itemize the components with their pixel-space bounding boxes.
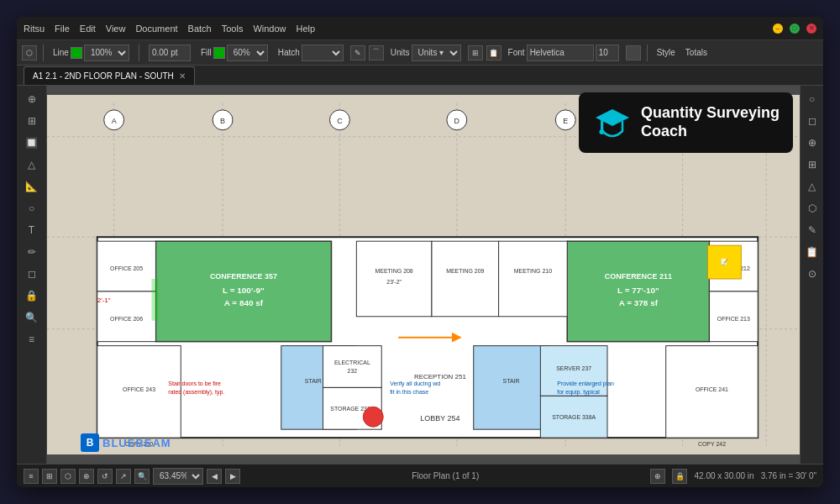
tool-lock[interactable]: 🔒 xyxy=(20,286,44,306)
svg-text:fit in this chase: fit in this chase xyxy=(390,389,428,395)
line-color-swatch[interactable] xyxy=(71,47,82,59)
zoom-select[interactable]: 100% xyxy=(84,45,129,61)
status-lock-btn[interactable]: 🔒 xyxy=(672,469,687,484)
toolbar-icon-5[interactable]: 📋 xyxy=(486,45,501,60)
tool-zoom[interactable]: 🔲 xyxy=(20,133,44,153)
menu-edit[interactable]: Edit xyxy=(80,24,96,34)
right-tool-7[interactable]: ✎ xyxy=(801,220,824,240)
tool-text[interactable]: T xyxy=(20,220,44,240)
status-scale: 3.76 in = 30' 0" xyxy=(761,471,816,480)
right-tool-2[interactable]: ◻ xyxy=(801,111,824,131)
fill-label: Fill xyxy=(201,48,212,57)
status-icon-4[interactable]: ⊕ xyxy=(79,469,94,484)
toolbar-icon-3[interactable]: ⌒ xyxy=(369,45,384,60)
bluebeam-icon: B xyxy=(81,433,99,452)
toolbar: ⬡ Line 100% 100% Fill 60% Hatch ✎ xyxy=(17,40,823,66)
fontsize-input[interactable] xyxy=(596,45,619,61)
svg-text:D: D xyxy=(454,117,460,125)
svg-text:ELECTRICAL: ELECTRICAL xyxy=(334,360,370,365)
svg-text:STORAGE 338A: STORAGE 338A xyxy=(552,414,596,420)
right-tool-5[interactable]: △ xyxy=(801,176,824,197)
svg-text:Stair doors to be fire: Stair doors to be fire xyxy=(168,381,221,386)
status-icon-5[interactable]: ↺ xyxy=(97,469,113,484)
app-window: Ritsu File Edit View Document Batch Tool… xyxy=(17,17,823,487)
status-icon-7[interactable]: 🔍 xyxy=(134,469,150,484)
status-nav-prev[interactable]: ◀ xyxy=(207,469,222,484)
status-icon-3[interactable]: ⬡ xyxy=(60,469,76,484)
close-button[interactable]: ✕ xyxy=(806,24,816,34)
tool-select[interactable]: ⊞ xyxy=(20,111,44,131)
svg-text:A = 378 sf: A = 378 sf xyxy=(619,298,659,307)
status-icon-1[interactable]: ≡ xyxy=(24,469,39,484)
menu-ritsu[interactable]: Ritsu xyxy=(24,24,45,34)
minimize-button[interactable]: – xyxy=(773,24,783,34)
font-color-btn[interactable] xyxy=(626,45,641,60)
tool-annotate[interactable]: △ xyxy=(20,155,44,175)
totals-label: Totals xyxy=(685,48,707,57)
status-nav-next[interactable]: ▶ xyxy=(225,469,240,484)
toolbar-icon-4[interactable]: ⊞ xyxy=(468,45,483,60)
svg-text:L = 77'-10": L = 77'-10" xyxy=(617,286,659,295)
hatch-select[interactable] xyxy=(302,45,344,61)
toolbar-icon-1[interactable]: ⬡ xyxy=(22,45,37,60)
title-bar: Ritsu File Edit View Document Batch Tool… xyxy=(17,17,823,40)
right-tool-8[interactable]: 📋 xyxy=(801,242,824,262)
menu-help[interactable]: Help xyxy=(297,24,316,34)
fill-color-swatch[interactable] xyxy=(213,47,225,59)
units-label: Units xyxy=(391,48,410,57)
menu-document[interactable]: Document xyxy=(135,24,177,34)
font-input[interactable] xyxy=(527,45,594,61)
status-left: ≡ ⊞ ⬡ ⊕ ↺ ↗ 🔍 63.45% ◀ ▶ xyxy=(24,468,240,485)
svg-text:A = 840 sf: A = 840 sf xyxy=(224,298,264,307)
menu-view[interactable]: View xyxy=(106,24,126,34)
tool-stamp[interactable]: ○ xyxy=(20,198,44,218)
right-sidebar: ○ ◻ ⊕ ⊞ △ ⬡ ✎ 📋 ⊙ xyxy=(800,86,823,464)
menu-tools[interactable]: Tools xyxy=(222,24,244,34)
right-tool-4[interactable]: ⊞ xyxy=(801,155,824,175)
svg-rect-81 xyxy=(601,117,603,130)
svg-text:Provide enlarged plan: Provide enlarged plan xyxy=(557,381,614,387)
menu-batch[interactable]: Batch xyxy=(188,24,212,34)
right-tool-9[interactable]: ⊙ xyxy=(801,264,824,284)
measurement-input[interactable] xyxy=(149,45,191,61)
tool-pan[interactable]: ⊕ xyxy=(20,89,44,109)
separator-1 xyxy=(43,45,44,61)
svg-rect-71 xyxy=(151,279,158,321)
tool-erase[interactable]: ◻ xyxy=(20,264,44,284)
tool-highlighter[interactable]: ✏ xyxy=(20,242,44,262)
right-tool-6[interactable]: ⬡ xyxy=(801,198,824,218)
status-icon-2[interactable]: ⊞ xyxy=(42,469,57,484)
brand-badge: Quantity Surveying Coach xyxy=(579,92,793,153)
svg-text:MEETING 209: MEETING 209 xyxy=(446,268,484,274)
status-zoom-select[interactable]: 63.45% xyxy=(153,468,203,485)
right-tool-1[interactable]: ○ xyxy=(801,89,824,109)
bluebeam-text: BLUEBEAM xyxy=(102,437,171,449)
svg-text:RECEPTION 251: RECEPTION 251 xyxy=(414,373,466,381)
canvas-area[interactable]: A B C D E F CONFERENCE 357 L = 100'-9" A… xyxy=(47,86,800,464)
opacity-select[interactable]: 60% xyxy=(227,45,268,61)
units-select[interactable]: Units ▾ xyxy=(412,45,461,61)
tool-measure[interactable]: 📐 xyxy=(20,176,44,197)
badge-text-container: Quantity Surveying Coach xyxy=(641,104,780,140)
svg-text:MEETING 210: MEETING 210 xyxy=(514,268,552,274)
separator-3 xyxy=(647,45,648,61)
tab-close-button[interactable]: ✕ xyxy=(179,71,186,81)
font-label: Font xyxy=(508,48,525,57)
svg-text:CONFERENCE 211: CONFERENCE 211 xyxy=(605,272,672,281)
toolbar-icon-2[interactable]: ✎ xyxy=(350,45,365,60)
status-settings-btn[interactable]: ⊕ xyxy=(650,469,665,484)
right-tool-3[interactable]: ⊕ xyxy=(801,133,824,153)
tool-layers[interactable]: ≡ xyxy=(20,329,44,349)
separator-2 xyxy=(139,45,139,61)
menu-window[interactable]: Window xyxy=(253,24,286,34)
status-icon-6[interactable]: ↗ xyxy=(116,469,131,484)
tool-search[interactable]: 🔍 xyxy=(20,307,44,328)
window-controls: – □ ✕ xyxy=(773,24,816,34)
maximize-button[interactable]: □ xyxy=(790,24,800,34)
bluebeam-logo: B BLUEBEAM xyxy=(81,433,171,452)
svg-text:E: E xyxy=(563,117,568,125)
tab-floor-plan[interactable]: A1 2.1 - 2ND FLOOR PLAN - SOUTH ✕ xyxy=(24,66,195,85)
svg-text:OFFICE 243: OFFICE 243 xyxy=(123,386,155,392)
status-page-info: Floor Plan (1 of 1) xyxy=(240,471,650,480)
menu-file[interactable]: File xyxy=(55,24,70,34)
